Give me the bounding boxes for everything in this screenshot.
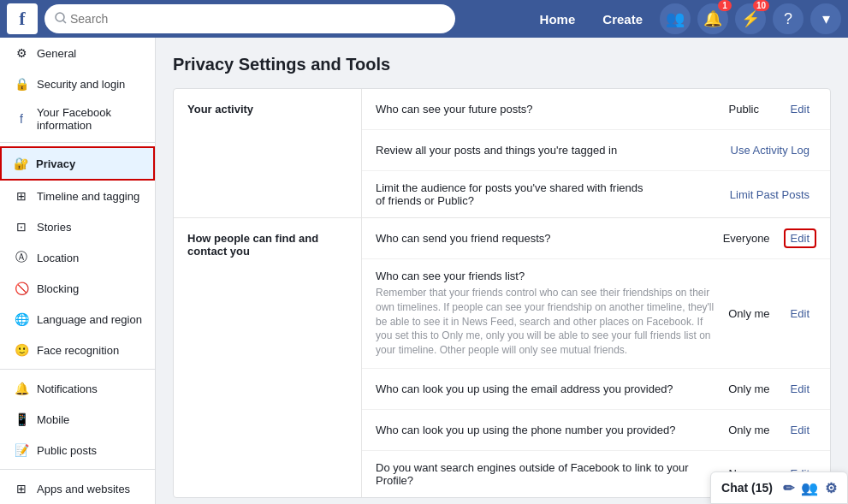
sidebar: ⚙ General 🔒 Security and login f Your Fa… <box>0 38 156 504</box>
home-button[interactable]: Home <box>530 7 586 32</box>
activity-log-button[interactable]: Use Activity Log <box>724 140 817 160</box>
friend-requests-label: Who can send you friend requests? <box>376 232 709 245</box>
lookup-phone-value: Only me <box>715 424 783 436</box>
sidebar-item-public-posts[interactable]: 📝 Public posts <box>0 435 155 465</box>
chat-edit-icon[interactable]: ✏ <box>783 480 794 496</box>
sidebar-item-stories[interactable]: ⊡ Stories <box>0 211 155 242</box>
gear-icon: ⚙ <box>13 44 30 62</box>
sidebar-item-security[interactable]: 🔒 Security and login <box>0 68 155 99</box>
sidebar-item-face-recognition[interactable]: 🙂 Face recognition <box>0 335 155 365</box>
friend-requests-edit-button[interactable]: Edit <box>784 228 816 248</box>
sidebar-label-stories: Stories <box>37 221 71 234</box>
sidebar-label-privacy: Privacy <box>36 157 75 170</box>
sidebar-label-face: Face recognition <box>37 344 119 357</box>
future-posts-label: Who can see your future posts? <box>376 103 715 116</box>
sidebar-item-mobile[interactable]: 📱 Mobile <box>0 404 155 435</box>
sidebar-item-facebook-info[interactable]: f Your Facebook information <box>0 99 155 139</box>
limit-past-label: Limit the audience for posts you've shar… <box>376 181 655 207</box>
sidebar-label-public-posts: Public posts <box>37 444 97 457</box>
sidebar-label-mobile: Mobile <box>37 413 69 426</box>
lookup-email-row: Who can look you up using the email addr… <box>362 369 830 410</box>
future-posts-edit-button[interactable]: Edit <box>784 99 816 119</box>
bell-icon: 🔔 <box>13 380 30 397</box>
facebook-logo[interactable]: f <box>7 3 38 34</box>
sidebar-item-language[interactable]: 🌐 Language and region <box>0 304 155 335</box>
location-icon: Ⓐ <box>13 249 30 266</box>
timeline-icon: ⊞ <box>13 187 30 205</box>
find-contact-header: How people can find and contact you <box>174 218 362 497</box>
your-activity-rows: Who can see your future posts? Public Ed… <box>362 89 830 217</box>
your-activity-section: Your activity Who can see your future po… <box>174 89 830 218</box>
lookup-email-value: Only me <box>715 382 783 395</box>
sidebar-item-blocking[interactable]: 🚫 Blocking <box>0 273 155 304</box>
find-contact-section: How people can find and contact you Who … <box>174 218 830 497</box>
friends-list-value: Only me <box>715 307 783 320</box>
friend-requests-value: Everyone <box>709 232 784 245</box>
svg-line-1 <box>63 21 66 23</box>
lookup-phone-edit-button[interactable]: Edit <box>784 420 816 440</box>
search-input[interactable] <box>70 12 445 26</box>
help-button[interactable]: ? <box>773 3 804 34</box>
fb-logo-letter: f <box>19 8 25 30</box>
account-menu-button[interactable]: ▾ <box>810 3 841 34</box>
sidebar-label-security: Security and login <box>37 78 125 91</box>
sidebar-divider-3 <box>0 469 155 470</box>
main-layout: ⚙ General 🔒 Security and login f Your Fa… <box>0 38 848 504</box>
face-icon: 🙂 <box>13 341 30 359</box>
page-title: Privacy Settings and Tools <box>173 55 831 74</box>
search-engines-label: Do you want search engines outside of Fa… <box>376 461 715 487</box>
sidebar-item-notifications[interactable]: 🔔 Notifications <box>0 373 155 404</box>
friends-list-edit-button[interactable]: Edit <box>784 304 816 323</box>
lock-icon: 🔒 <box>13 75 30 92</box>
alert-icon: ⚡ <box>741 9 760 28</box>
search-icon <box>55 12 67 27</box>
your-activity-header: Your activity <box>174 89 362 217</box>
sidebar-divider-1 <box>0 142 155 143</box>
activity-log-label: Review all your posts and things you're … <box>376 144 655 157</box>
friends-icon-button[interactable]: 👥 <box>660 3 691 34</box>
sidebar-label-language: Language and region <box>37 313 142 326</box>
facebook-info-icon: f <box>13 110 30 127</box>
lookup-phone-row: Who can look you up using the phone numb… <box>362 410 830 451</box>
sidebar-label-location: Location <box>37 252 79 264</box>
apps-icon: ⊞ <box>13 480 30 497</box>
sidebar-item-apps[interactable]: ⊞ Apps and websites <box>0 473 155 504</box>
chat-bar[interactable]: Chat (15) ✏ 👥 ⚙ <box>710 471 848 504</box>
chevron-down-icon: ▾ <box>822 9 830 28</box>
stories-icon: ⊡ <box>13 218 30 235</box>
friends-list-row: Who can see your friends list? Remember … <box>362 259 830 369</box>
future-posts-row: Who can see your future posts? Public Ed… <box>362 89 830 130</box>
svg-point-0 <box>56 13 64 21</box>
lookup-email-edit-button[interactable]: Edit <box>784 379 816 399</box>
chat-settings-icon[interactable]: ⚙ <box>825 480 837 496</box>
sidebar-item-location[interactable]: Ⓐ Location <box>0 242 155 273</box>
sidebar-item-general[interactable]: ⚙ General <box>0 38 155 68</box>
sidebar-label-timeline: Timeline and tagging <box>37 190 139 203</box>
friends-list-main-label: Who can see your friends list? <box>376 270 715 282</box>
search-bar[interactable] <box>44 4 455 33</box>
top-navigation: f Home Create 👥 🔔 1 ⚡ 10 ? ▾ <box>0 0 848 38</box>
blocking-icon: 🚫 <box>13 280 30 297</box>
future-posts-value: Public <box>715 103 784 116</box>
sidebar-item-privacy[interactable]: 🔐 Privacy <box>0 146 155 181</box>
friends-list-description: Remember that your friends control who c… <box>376 286 715 358</box>
mobile-icon: 📱 <box>13 411 30 428</box>
privacy-icon: 🔐 <box>12 155 29 172</box>
chat-people-icon[interactable]: 👥 <box>801 480 818 496</box>
public-posts-icon: 📝 <box>13 442 30 459</box>
main-content: Privacy Settings and Tools Your activity… <box>156 38 848 504</box>
language-icon: 🌐 <box>13 311 30 328</box>
limit-past-button[interactable]: Limit Past Posts <box>723 185 816 205</box>
create-button[interactable]: Create <box>592 7 653 32</box>
sidebar-label-notifications: Notifications <box>37 382 98 395</box>
alert-badge: 10 <box>753 0 769 11</box>
sidebar-divider-2 <box>0 369 155 370</box>
notifications-button[interactable]: 🔔 1 <box>697 3 728 34</box>
sidebar-label-general: General <box>37 47 76 60</box>
lookup-email-label: Who can look you up using the email addr… <box>376 382 715 395</box>
sidebar-item-timeline[interactable]: ⊞ Timeline and tagging <box>0 181 155 211</box>
lookup-phone-label: Who can look you up using the phone numb… <box>376 424 715 436</box>
alerts-button[interactable]: ⚡ 10 <box>735 3 766 34</box>
settings-card: Your activity Who can see your future po… <box>173 88 831 498</box>
nav-right-actions: Home Create 👥 🔔 1 ⚡ 10 ? ▾ <box>530 3 841 34</box>
